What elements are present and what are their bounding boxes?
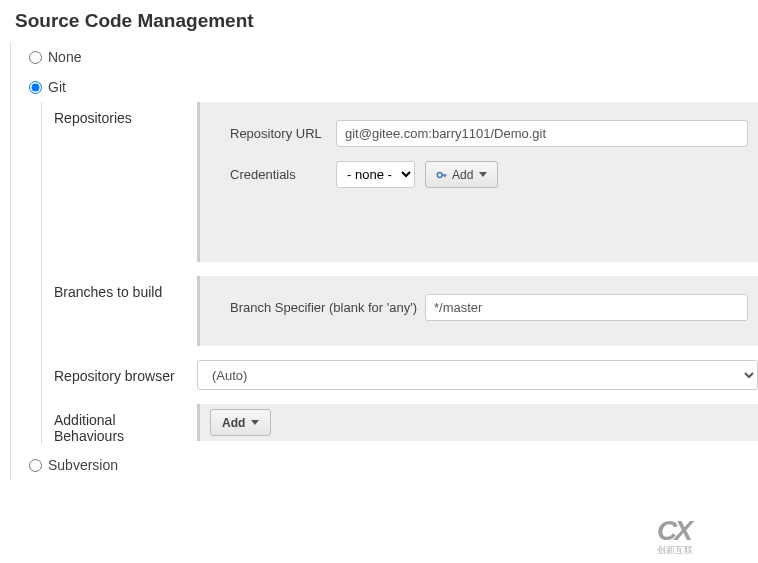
scm-radio-subversion[interactable]: Subversion	[29, 450, 758, 480]
credentials-add-button[interactable]: Add	[425, 161, 498, 188]
chevron-down-icon	[479, 172, 487, 177]
credentials-add-label: Add	[452, 168, 473, 182]
behaviours-row: Additional Behaviours Add	[54, 404, 758, 444]
git-config-container: Repositories Repository URL Credentials …	[41, 102, 758, 444]
credentials-select[interactable]: - none -	[336, 161, 415, 188]
key-icon	[436, 169, 448, 181]
browser-select[interactable]: (Auto)	[197, 360, 758, 390]
behaviours-label: Additional Behaviours	[54, 404, 189, 444]
branches-label: Branches to build	[54, 276, 189, 300]
repo-url-label: Repository URL	[230, 126, 336, 141]
browser-label: Repository browser	[54, 360, 189, 384]
scm-radio-none[interactable]: None	[29, 42, 758, 72]
behaviours-add-label: Add	[222, 416, 245, 430]
behaviours-add-button[interactable]: Add	[210, 409, 271, 436]
branch-specifier-label: Branch Specifier (blank for 'any')	[230, 300, 425, 315]
repo-url-input[interactable]	[336, 120, 748, 147]
scm-radio-subversion-input[interactable]	[29, 459, 42, 472]
branch-specifier-input[interactable]	[425, 294, 748, 321]
scm-radio-subversion-label: Subversion	[48, 457, 118, 473]
scm-radio-git-label: Git	[48, 79, 66, 95]
scm-radio-git-input[interactable]	[29, 81, 42, 94]
watermark: CX 创新互联	[657, 515, 752, 557]
chevron-down-icon	[251, 420, 259, 425]
credentials-label: Credentials	[230, 167, 336, 182]
branch-specifier-row: Branch Specifier (blank for 'any')	[230, 294, 748, 321]
scm-section: None Git Repositories Repository URL Cre…	[10, 42, 758, 480]
scm-radio-none-input[interactable]	[29, 51, 42, 64]
branches-block: Branch Specifier (blank for 'any')	[197, 276, 758, 346]
branches-row: Branches to build Branch Specifier (blan…	[54, 276, 758, 346]
browser-row: Repository browser (Auto)	[54, 360, 758, 390]
repositories-row: Repositories Repository URL Credentials …	[54, 102, 758, 262]
page-title: Source Code Management	[0, 0, 758, 42]
repositories-label: Repositories	[54, 102, 189, 126]
repo-url-row: Repository URL	[230, 120, 748, 147]
repositories-block: Repository URL Credentials - none -	[197, 102, 758, 262]
credentials-row: Credentials - none - Add	[230, 161, 748, 188]
svg-point-0	[437, 172, 442, 177]
behaviours-block: Add	[197, 404, 758, 441]
scm-radio-none-label: None	[48, 49, 81, 65]
scm-radio-git[interactable]: Git	[29, 72, 758, 102]
